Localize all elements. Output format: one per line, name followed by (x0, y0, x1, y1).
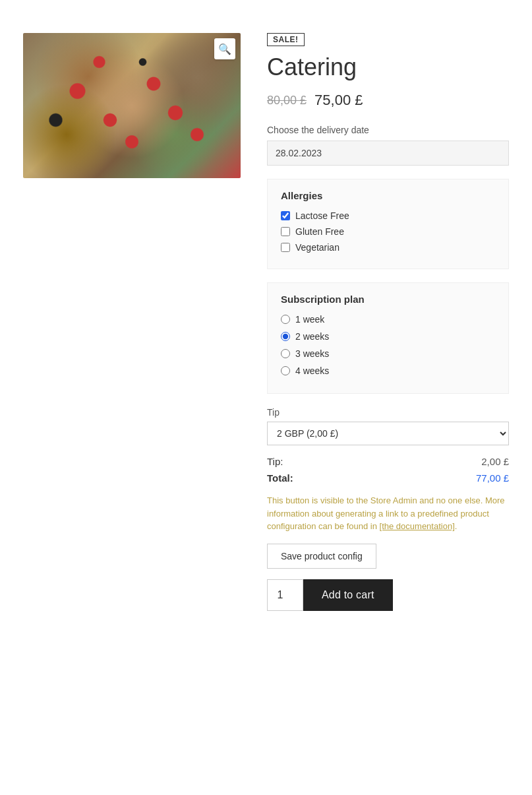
tip-label: Tip (267, 407, 509, 418)
zoom-button[interactable]: 🔍 (214, 38, 235, 59)
add-to-cart-button[interactable]: Add to cart (303, 579, 393, 611)
admin-notice-text-after: . (455, 521, 458, 531)
cart-row: Add to cart (267, 579, 509, 611)
subscription-3weeks-row[interactable]: 3 weeks (281, 348, 495, 359)
tip-summary-label: Tip: (267, 456, 283, 467)
sale-price: 75,00 £ (314, 92, 363, 109)
subscription-3weeks-label: 3 weeks (295, 348, 329, 359)
subscription-2weeks-radio[interactable] (281, 332, 290, 341)
tip-select[interactable]: No tip 1 GBP (1,00 £) 2 GBP (2,00 £) 3 G… (267, 422, 509, 445)
subscription-1week-radio[interactable] (281, 315, 290, 324)
subscription-2weeks-label: 2 weeks (295, 331, 329, 342)
total-summary-row: Total: 77,00 £ (267, 472, 509, 484)
allergy-lactose-row[interactable]: Lactose Free (281, 210, 495, 221)
product-page: 🔍 SALE! Catering 80,00 £ 75,00 £ Choose … (13, 13, 519, 631)
subscription-2weeks-row[interactable]: 2 weeks (281, 331, 495, 342)
product-title: Catering (267, 53, 509, 81)
allergy-vegetarian-label: Vegetarian (295, 242, 340, 253)
tip-summary-row: Tip: 2,00 £ (267, 456, 509, 467)
total-summary-label: Total: (267, 472, 293, 484)
allergy-gluten-row[interactable]: Gluten Free (281, 226, 495, 237)
subscription-section: Subscription plan 1 week 2 weeks 3 weeks… (267, 282, 509, 394)
admin-notice: This button is visible to the Store Admi… (267, 494, 509, 533)
allergy-gluten-label: Gluten Free (295, 226, 344, 237)
subscription-title: Subscription plan (281, 294, 495, 305)
product-image (23, 33, 241, 178)
allergy-lactose-checkbox[interactable] (281, 211, 290, 220)
allergy-vegetarian-checkbox[interactable] (281, 243, 290, 252)
original-price: 80,00 £ (267, 94, 307, 108)
allergy-lactose-label: Lactose Free (295, 210, 349, 221)
allergy-gluten-checkbox[interactable] (281, 227, 290, 236)
price-row: 80,00 £ 75,00 £ (267, 92, 509, 109)
admin-notice-link[interactable]: [the documentation] (380, 521, 455, 531)
tip-summary-value: 2,00 £ (481, 456, 509, 467)
subscription-1week-row[interactable]: 1 week (281, 314, 495, 325)
save-config-button[interactable]: Save product config (267, 544, 376, 569)
subscription-4weeks-row[interactable]: 4 weeks (281, 366, 495, 376)
zoom-icon: 🔍 (218, 43, 231, 55)
product-info-column: SALE! Catering 80,00 £ 75,00 £ Choose th… (267, 33, 509, 611)
subscription-4weeks-label: 4 weeks (295, 366, 329, 376)
delivery-date-input[interactable] (267, 141, 509, 166)
subscription-3weeks-radio[interactable] (281, 349, 290, 358)
subscription-4weeks-radio[interactable] (281, 366, 290, 375)
quantity-input[interactable] (267, 579, 303, 611)
product-image-column: 🔍 (23, 33, 241, 611)
subscription-1week-label: 1 week (295, 314, 324, 325)
sale-badge: SALE! (267, 33, 305, 46)
delivery-label: Choose the delivery date (267, 125, 509, 135)
allergies-section: Allergies Lactose Free Gluten Free Veget… (267, 179, 509, 269)
allergies-title: Allergies (281, 190, 495, 201)
allergy-vegetarian-row[interactable]: Vegetarian (281, 242, 495, 253)
total-summary-value: 77,00 £ (476, 472, 509, 484)
